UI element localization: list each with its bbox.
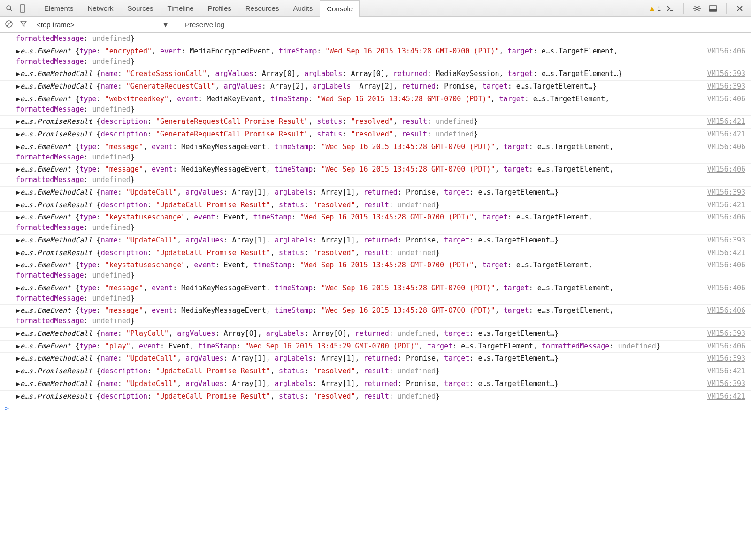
dock-icon[interactable] [706,2,720,15]
log-object[interactable]: e…s.EmeMethodCall {name: "PlayCall", arg… [20,329,559,338]
search-icon[interactable] [3,2,16,15]
source-link[interactable]: VM156:406 [707,46,745,57]
tab-resources[interactable]: Resources [238,0,286,17]
log-object[interactable]: e…s.EmeEvent {type: "play", event: Event… [20,342,660,350]
expand-triangle-icon[interactable]: ▶ [16,47,20,55]
expand-triangle-icon[interactable]: ▶ [16,342,20,350]
tab-sources[interactable]: Sources [121,0,161,17]
log-object[interactable]: e…s.EmeEvent {type: "message", event: Me… [16,306,613,325]
expand-triangle-icon[interactable]: ▶ [16,354,20,363]
tab-profiles[interactable]: Profiles [201,0,238,17]
console-row: VM156:421▶e…s.PromiseResult {description… [0,128,751,141]
expand-triangle-icon[interactable]: ▶ [16,284,20,292]
log-object[interactable]: e…s.EmeEvent {type: "keystatuseschange",… [16,261,592,280]
source-link[interactable]: VM156:406 [707,142,745,152]
expand-triangle-icon[interactable]: ▶ [16,201,20,209]
console-prompt[interactable]: > [0,402,751,415]
console-row: VM156:406▶e…s.EmeEvent {type: "message",… [0,282,751,305]
console-row: VM156:421▶e…s.PromiseResult {description… [0,199,751,212]
expand-triangle-icon[interactable]: ▶ [16,95,20,103]
source-link[interactable]: VM156:393 [707,69,745,79]
source-link[interactable]: VM156:393 [707,354,745,364]
log-object[interactable]: e…s.EmeMethodCall {name: "UpdateCall", a… [20,236,559,244]
warning-count[interactable]: ▲ 1 [648,4,661,13]
source-link[interactable]: VM156:393 [707,235,745,246]
source-link[interactable]: VM156:393 [707,379,745,389]
log-object[interactable]: e…s.EmeEvent {type: "message", event: Me… [16,165,613,184]
log-object[interactable]: e…s.EmeMethodCall {name: "UpdateCall", a… [20,379,559,388]
source-link[interactable]: VM156:406 [707,94,745,105]
source-link[interactable]: VM156:406 [707,165,745,175]
console-row: VM156:406▶e…s.EmeEvent {type: "message",… [0,141,751,164]
expand-triangle-icon[interactable]: ▶ [16,249,20,257]
log-object[interactable]: e…s.EmeMethodCall {name: "UpdateCall", a… [20,354,559,363]
tab-timeline[interactable]: Timeline [161,0,201,17]
log-object[interactable]: e…s.PromiseResult {description: "Generat… [20,117,478,126]
close-icon[interactable] [733,2,746,15]
expand-triangle-icon[interactable]: ▶ [16,188,20,197]
console-row: VM156:406▶e…s.EmeEvent {type: "message",… [0,304,751,327]
source-link[interactable]: VM156:421 [707,117,745,127]
log-object[interactable]: e…s.PromiseResult {description: "UpdateC… [20,249,440,257]
source-link[interactable]: VM156:421 [707,392,745,402]
source-link[interactable]: VM156:406 [707,260,745,271]
expand-triangle-icon[interactable]: ▶ [16,69,20,78]
log-object[interactable]: e…s.EmeMethodCall {name: "GenerateReques… [20,82,597,91]
svg-line-19 [7,22,11,26]
source-link[interactable]: VM156:393 [707,329,745,339]
source-link[interactable]: VM156:406 [707,306,745,316]
prompt-caret: > [5,404,9,413]
log-object[interactable]: e…s.EmeMethodCall {name: "UpdateCall", a… [20,188,559,197]
log-object[interactable]: e…s.EmeEvent {type: "message", event: Me… [16,284,613,303]
svg-point-5 [696,7,698,10]
source-link[interactable]: VM156:421 [707,129,745,140]
source-link[interactable]: VM156:393 [707,188,745,198]
svg-point-0 [7,6,11,10]
log-object[interactable]: e…s.PromiseResult {description: "UpdateC… [20,367,440,375]
tab-elements[interactable]: Elements [37,0,81,17]
preserve-log-checkbox[interactable]: Preserve log [176,21,224,29]
log-object[interactable]: e…s.EmeEvent {type: "webkitneedkey", eve… [16,95,609,114]
expand-triangle-icon[interactable]: ▶ [16,213,20,221]
log-object[interactable]: e…s.PromiseResult {description: "Generat… [20,130,478,138]
expand-triangle-icon[interactable]: ▶ [16,261,20,269]
settings-icon[interactable] [690,2,704,15]
log-object[interactable]: e…s.EmeEvent {type: "encrypted", event: … [16,47,618,66]
source-link[interactable]: VM156:406 [707,283,745,294]
tab-console[interactable]: Console [320,0,360,17]
tab-audits[interactable]: Audits [286,0,320,17]
log-object[interactable]: e…s.EmeEvent {type: "message", event: Me… [16,143,613,161]
log-object[interactable]: e…s.PromiseResult {description: "UpdateC… [20,201,440,209]
device-toggle-icon[interactable] [16,2,29,15]
expand-triangle-icon[interactable]: ▶ [16,117,20,126]
source-link[interactable]: VM156:406 [707,341,745,352]
svg-rect-15 [709,9,717,11]
svg-point-3 [22,10,23,11]
expand-triangle-icon[interactable]: ▶ [16,130,20,138]
console-row: VM156:393▶e…s.EmeMethodCall {name: "Upda… [0,352,751,365]
log-object[interactable]: e…s.EmeMethodCall {name: "CreateSessionC… [20,69,622,78]
expand-triangle-icon[interactable]: ▶ [16,236,20,244]
expand-triangle-icon[interactable]: ▶ [16,367,20,375]
tab-network[interactable]: Network [81,0,121,17]
expand-triangle-icon[interactable]: ▶ [16,329,20,338]
console-prompt-icon[interactable] [664,2,677,15]
expand-triangle-icon[interactable]: ▶ [16,143,20,151]
dropdown-triangle-icon: ▼ [162,21,169,29]
clear-console-icon[interactable] [5,20,15,30]
log-object[interactable]: e…s.EmeEvent {type: "keystatuseschange",… [16,213,592,232]
expand-triangle-icon[interactable]: ▶ [16,306,20,315]
svg-line-11 [698,10,699,11]
source-link[interactable]: VM156:421 [707,248,745,258]
expand-triangle-icon[interactable]: ▶ [16,392,20,401]
expand-triangle-icon[interactable]: ▶ [16,82,20,91]
source-link[interactable]: VM156:393 [707,82,745,92]
expand-triangle-icon[interactable]: ▶ [16,379,20,388]
source-link[interactable]: VM156:406 [707,212,745,223]
filter-icon[interactable] [20,20,30,30]
log-object[interactable]: e…s.PromiseResult {description: "UpdateC… [20,392,440,401]
expand-triangle-icon[interactable]: ▶ [16,165,20,174]
frame-selector[interactable]: <top frame> ▼ [35,20,171,30]
source-link[interactable]: VM156:421 [707,200,745,211]
source-link[interactable]: VM156:421 [707,366,745,377]
